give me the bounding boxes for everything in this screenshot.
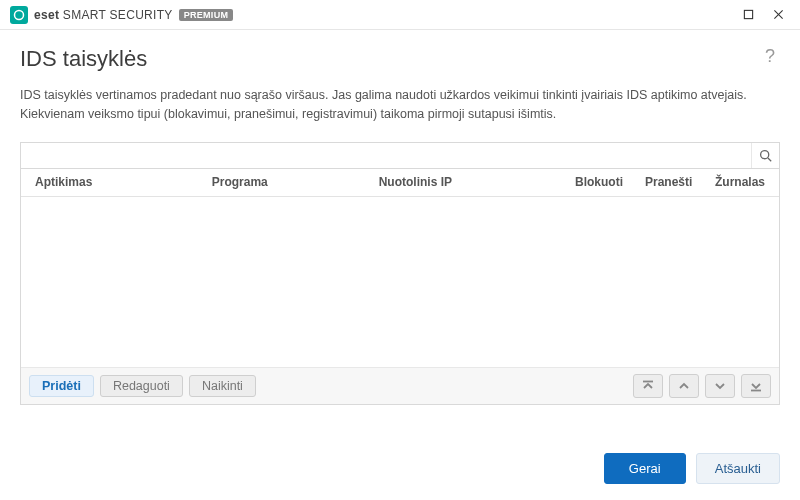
cancel-button[interactable]: Atšaukti bbox=[696, 453, 780, 484]
column-program[interactable]: Programa bbox=[198, 175, 365, 189]
svg-point-0 bbox=[15, 10, 24, 19]
page-header: IDS taisyklės ? bbox=[20, 46, 780, 72]
column-block[interactable]: Blokuoti bbox=[561, 175, 631, 189]
table-header: Aptikimas Programa Nuotolinis IP Blokuot… bbox=[21, 169, 779, 197]
column-remote-ip[interactable]: Nuotolinis IP bbox=[365, 175, 561, 189]
brand-logo-icon bbox=[10, 6, 28, 24]
column-detection[interactable]: Aptikimas bbox=[21, 175, 198, 189]
page-title: IDS taisyklės bbox=[20, 46, 147, 72]
panel-footer: Pridėti Redaguoti Naikinti bbox=[21, 367, 779, 404]
move-down-button[interactable] bbox=[705, 374, 735, 398]
dialog-footer: Gerai Atšaukti bbox=[604, 453, 780, 484]
move-up-button[interactable] bbox=[669, 374, 699, 398]
maximize-button[interactable] bbox=[734, 4, 762, 26]
brand: eset SMART SECURITY PREMIUM bbox=[10, 6, 233, 24]
ok-button[interactable]: Gerai bbox=[604, 453, 686, 484]
help-button[interactable]: ? bbox=[760, 46, 780, 67]
chevron-down-icon bbox=[714, 380, 726, 392]
search-input[interactable] bbox=[21, 143, 751, 168]
row-actions: Pridėti Redaguoti Naikinti bbox=[29, 375, 256, 397]
brand-text: eset SMART SECURITY bbox=[34, 8, 173, 22]
add-button[interactable]: Pridėti bbox=[29, 375, 94, 397]
move-top-button[interactable] bbox=[633, 374, 663, 398]
content: IDS taisyklės ? IDS taisyklės vertinamos… bbox=[0, 30, 800, 405]
search-button[interactable] bbox=[751, 143, 779, 168]
help-icon: ? bbox=[765, 46, 775, 66]
chevron-top-icon bbox=[642, 380, 654, 392]
chevron-bottom-icon bbox=[750, 380, 762, 392]
svg-line-5 bbox=[768, 157, 771, 160]
titlebar: eset SMART SECURITY PREMIUM bbox=[0, 0, 800, 30]
close-button[interactable] bbox=[764, 4, 792, 26]
column-log[interactable]: Žurnalas bbox=[701, 175, 779, 189]
brand-badge: PREMIUM bbox=[179, 9, 234, 21]
maximize-icon bbox=[743, 9, 754, 20]
delete-button[interactable]: Naikinti bbox=[189, 375, 256, 397]
close-icon bbox=[773, 9, 784, 20]
chevron-up-icon bbox=[678, 380, 690, 392]
brand-product: SMART SECURITY bbox=[63, 8, 173, 22]
move-bottom-button[interactable] bbox=[741, 374, 771, 398]
page-description: IDS taisyklės vertinamos pradedant nuo s… bbox=[20, 86, 780, 124]
svg-rect-1 bbox=[744, 10, 752, 18]
rules-panel: Aptikimas Programa Nuotolinis IP Blokuot… bbox=[20, 142, 780, 405]
brand-eset: eset bbox=[34, 8, 59, 22]
window-controls bbox=[734, 4, 792, 26]
column-notify[interactable]: Pranešti bbox=[631, 175, 701, 189]
edit-button[interactable]: Redaguoti bbox=[100, 375, 183, 397]
svg-point-4 bbox=[761, 150, 769, 158]
order-actions bbox=[633, 374, 771, 398]
search-row bbox=[21, 143, 779, 169]
search-icon bbox=[759, 149, 772, 162]
table-body bbox=[21, 197, 779, 367]
